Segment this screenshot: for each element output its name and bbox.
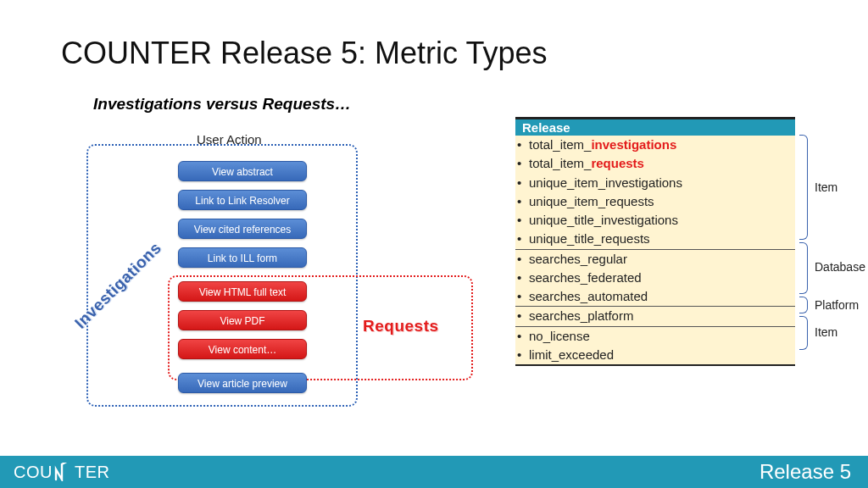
release-row: limit_exceeded — [515, 346, 795, 364]
logo-text-ter: TER — [75, 463, 110, 482]
metric-emphasis: investigations — [591, 137, 676, 152]
footer-bar: COU TER Release 5 — [0, 456, 868, 488]
metric-name: total_item_ — [529, 156, 591, 170]
release-row: total_item_investigations — [515, 136, 795, 154]
bracket-database — [799, 242, 808, 294]
requests-label: Requests — [363, 317, 439, 336]
release-header: Release — [515, 119, 795, 136]
bracket-item-bottom — [799, 316, 808, 350]
release-body: total_item_investigations total_item_req… — [515, 136, 795, 364]
release-row: searches_regular — [515, 249, 795, 269]
action-ill-form: Link to ILL form — [178, 247, 307, 268]
metric-emphasis: requests — [591, 156, 644, 170]
metric-name: total_item_ — [529, 137, 591, 152]
action-view-abstract: View abstract — [178, 161, 307, 181]
bracket-label-item-bottom: Item — [815, 325, 837, 339]
release-row: unique_item_requests — [515, 192, 795, 211]
action-cited-references: View cited references — [178, 219, 307, 239]
action-view-pdf: View PDF — [178, 310, 307, 330]
subtitle: Investigations versus Requests… — [93, 95, 351, 114]
logo-text-cou: COU — [14, 463, 53, 482]
bracket-item-top — [799, 135, 808, 240]
bracket-platform — [799, 297, 808, 313]
counter-logo: COU TER — [14, 463, 109, 482]
bracket-label-platform: Platform — [815, 298, 859, 312]
action-link-resolver: Link to Link Resolver — [178, 190, 307, 210]
release-row: unique_title_requests — [515, 230, 795, 248]
bracket-label-item-top: Item — [815, 180, 837, 194]
slide-title: COUNTER Release 5: Metric Types — [61, 36, 548, 71]
release-row: no_license — [515, 326, 795, 346]
release-row: total_item_requests — [515, 154, 795, 173]
release-row: unique_item_investigations — [515, 174, 795, 192]
bracket-label-database: Database — [815, 260, 865, 274]
release-row: searches_automated — [515, 287, 795, 306]
action-html-fulltext: View HTML full text — [178, 281, 307, 302]
action-view-content: View content… — [178, 339, 307, 359]
footer-release-text: Release 5 — [760, 460, 851, 484]
release-row: searches_federated — [515, 269, 795, 287]
release-table: Release total_item_investigations total_… — [515, 117, 795, 366]
release-row: unique_title_investigations — [515, 211, 795, 230]
release-row: searches_platform — [515, 306, 795, 325]
action-article-preview: View article preview — [178, 373, 307, 393]
logo-n-checkmark-icon — [54, 463, 73, 481]
